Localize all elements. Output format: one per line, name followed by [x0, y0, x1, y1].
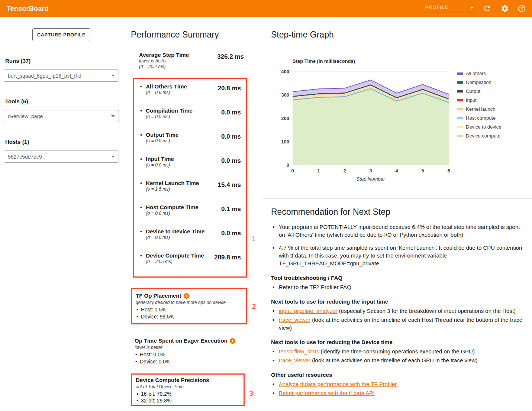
right-panel: Step-time Graph Step Time (in millisecon… — [263, 17, 532, 411]
main-content: CAPTURE PROFILE Runs (37) bert_squad_8gp… — [0, 17, 532, 411]
recommendation-item: trace_viewer (look at the activities on … — [271, 316, 523, 331]
metric-name: Device to Device Time — [146, 228, 204, 235]
metric-value: 0.0 ms — [221, 132, 241, 144]
recommendation-text: (identify the time-consuming operations … — [319, 348, 475, 355]
dashboard-selector[interactable]: PROFILE — [425, 5, 474, 12]
recommendation-link[interactable]: tensorflow_stats — [279, 348, 319, 355]
tools-select[interactable]: overview_page — [4, 110, 119, 122]
metric-sigma: (σ = 0.6 ms) — [146, 90, 187, 96]
annotation-1: 1 — [252, 235, 256, 243]
runs-label: Runs (37) — [5, 58, 119, 64]
bullet: • — [140, 252, 142, 265]
legend-label: Output — [466, 88, 480, 94]
eager-execution-item: Device: 0.0% — [135, 358, 247, 365]
legend-swatch — [457, 81, 463, 84]
runs-select-value: bert_squad_8gpu_fp16_pvt_thd — [8, 73, 81, 79]
svg-text:0: 0 — [291, 168, 294, 174]
device-precisions-box: Device Compute Precisions out of Total D… — [131, 373, 245, 406]
metric-sigma: (σ = 0.0 ms) — [146, 138, 178, 144]
recommendation-panel: Recommendation for Next Step Your progra… — [263, 199, 532, 398]
header-controls: PROFILE ? — [425, 4, 525, 13]
tf-op-placement-item: Device: 99.5% — [136, 313, 242, 320]
reco-section-faq: Tool troubleshooting / FAQ Refer to the … — [271, 274, 523, 291]
legend-swatch — [457, 72, 463, 75]
average-step-time-sigma: (σ = 20.2 ms) — [139, 64, 189, 69]
metric-item: • Device to Device Time (σ = 0.0 ms) 0.0… — [137, 228, 241, 240]
metric-value: 20.8 ms — [218, 83, 241, 96]
recommendation-link[interactable]: Analyze tf.data performance with the TF … — [279, 381, 397, 387]
legend-label: Host compute — [466, 115, 496, 121]
recommendation-text: (look at the activities on the timeline … — [279, 317, 522, 331]
legend-swatch — [457, 117, 463, 119]
metric-name: Host Compute Time — [146, 204, 198, 211]
legend-label: Device to device — [466, 124, 501, 130]
metric-item: • All Others Time (σ = 0.6 ms) 20.8 ms — [137, 83, 241, 96]
bullet: • — [140, 156, 142, 168]
annotation-3: 3 — [249, 389, 253, 398]
step-time-chart: 01002003004000123456 All othersCompilati… — [271, 65, 532, 175]
metric-sigma: (σ = 0.0 ms) — [146, 235, 204, 240]
runs-select[interactable]: bert_squad_8gpu_fp16_pvt_thd — [4, 69, 119, 82]
average-step-time-value: 326.2 ms — [217, 52, 244, 69]
capture-profile-button[interactable]: CAPTURE PROFILE — [32, 28, 90, 41]
refresh-icon[interactable] — [483, 4, 491, 13]
recommendation-link[interactable]: trace_viewer — [279, 317, 310, 323]
device-precisions-label: Device Compute Precisions — [136, 376, 209, 384]
metric-name: Compilation Time — [146, 107, 193, 114]
recommendation-text: (look at the activities on the timeline … — [310, 357, 477, 363]
recommendation-link[interactable]: input_pipeline_analyzer — [279, 308, 338, 314]
metric-sigma: (σ = 0.0 ms) — [146, 114, 193, 120]
metric-item: • Device Compute Time (σ = 20.5 ms) 289.… — [137, 252, 241, 265]
metric-name: All Others Time — [146, 83, 187, 90]
bullet: • — [140, 107, 142, 120]
bullet: • — [140, 204, 142, 216]
info-icon[interactable]: i — [184, 293, 189, 299]
device-precisions-item: 16-bit: 70.2% — [136, 391, 240, 397]
legend-item-all-others: All others — [457, 71, 501, 76]
app-header: TensorBoard PROFILE ? — [0, 0, 532, 17]
metric-item: • Output Time (σ = 0.0 ms) 0.0 ms — [137, 132, 241, 144]
svg-text:4: 4 — [395, 168, 398, 174]
svg-text:400: 400 — [281, 69, 289, 74]
average-step-time-label: Average Step Time — [139, 52, 189, 58]
legend-swatch — [457, 99, 463, 101]
reco-section-heading: Other useful resources — [271, 371, 523, 379]
runs-section: Runs (37) bert_squad_8gpu_fp16_pvt_thd — [4, 58, 119, 82]
svg-text:0: 0 — [287, 162, 289, 168]
tools-label: Tools (6) — [5, 98, 119, 104]
svg-text:200: 200 — [281, 116, 289, 121]
tools-section: Tools (6) overview_page — [4, 98, 119, 122]
info-icon[interactable]: i — [230, 338, 235, 344]
help-icon[interactable]: ? — [518, 5, 525, 12]
legend-label: Device compute — [466, 133, 500, 139]
recommendation-text: (especially Section 3 for the breakdown … — [338, 308, 516, 314]
svg-text:5: 5 — [421, 168, 424, 174]
gear-icon[interactable] — [500, 4, 509, 13]
hosts-select-value: 5627c5dd7dc9 — [8, 154, 42, 160]
recommendation-link[interactable]: trace_viewer — [279, 357, 310, 363]
x-axis-label: Step Number — [293, 176, 449, 182]
reco-section-input-time: Next tools to use for reducing the input… — [271, 298, 523, 331]
step-time-graph-panel: Step-time Graph Step Time (in millisecon… — [263, 17, 532, 199]
metric-value: 0.0 ms — [221, 228, 241, 240]
sidebar: CAPTURE PROFILE Runs (37) bert_squad_8gp… — [0, 17, 123, 411]
legend-item-compilation: Compilation — [457, 80, 501, 85]
recommendation-item: Analyze tf.data performance with the TF … — [271, 380, 523, 388]
metric-name: Device Compute Time — [146, 252, 204, 259]
svg-text:1: 1 — [317, 168, 320, 174]
bottom-divider — [264, 408, 532, 408]
svg-text:3: 3 — [369, 168, 372, 174]
step-time-graph-title: Step-time Graph — [271, 30, 532, 40]
legend-swatch — [457, 108, 463, 110]
legend-item-device-compute: Device compute — [457, 133, 501, 139]
legend-swatch — [457, 135, 463, 137]
hosts-select[interactable]: 5627c5dd7dc9 — [4, 151, 119, 163]
reco-section-device-time: Next tools to use for reducing the Devic… — [271, 339, 523, 364]
chevron-down-icon — [470, 7, 474, 9]
recommendation-link[interactable]: Better performance with the tf.data API — [279, 390, 375, 396]
hosts-label: Hosts (1) — [5, 139, 119, 145]
metric-value: 0.0 ms — [221, 156, 241, 168]
average-step-time-note: lower is better — [139, 58, 189, 64]
eager-execution-title: Op Time Spent on Eager Execution i — [135, 337, 247, 344]
recommendation-bullet: 4.7 % of the total step time sampled is … — [271, 244, 523, 267]
